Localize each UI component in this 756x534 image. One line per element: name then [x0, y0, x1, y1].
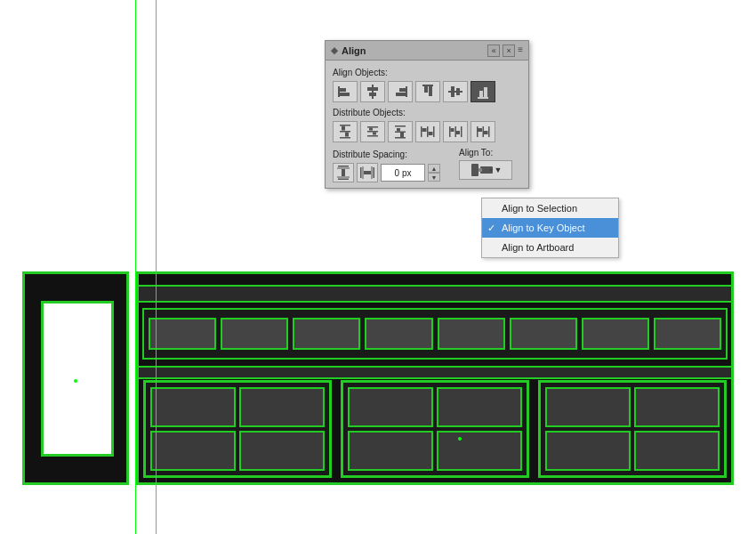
door — [41, 301, 114, 457]
align-middle-v-button[interactable] — [443, 81, 468, 102]
svg-rect-0 — [338, 86, 340, 97]
spacing-v-button[interactable] — [333, 163, 354, 182]
garage-panel — [239, 431, 325, 471]
svg-rect-29 — [395, 132, 406, 134]
dot-indicator-2 — [458, 437, 462, 441]
align-objects-label: Align Objects: — [333, 68, 521, 77]
align-panel-icon: ◆ — [331, 45, 338, 55]
svg-rect-45 — [488, 126, 490, 137]
checkmark-icon: ✓ — [487, 222, 495, 234]
align-to-key-object-text: Align to Key Object — [502, 222, 585, 233]
distribute-spacing-label: Distribute Spacing: — [333, 150, 452, 159]
distribute-spacing-col: Distribute Spacing: — [333, 148, 452, 182]
guide-line-2 — [156, 0, 157, 534]
svg-rect-11 — [429, 86, 432, 96]
svg-rect-30 — [395, 137, 406, 139]
svg-rect-42 — [456, 131, 460, 134]
dist-top-button[interactable] — [333, 121, 358, 142]
svg-rect-10 — [424, 86, 428, 93]
svg-rect-14 — [456, 88, 460, 95]
svg-rect-13 — [451, 86, 454, 97]
svg-rect-18 — [340, 125, 350, 126]
dist-bottom-v-button[interactable] — [388, 121, 413, 142]
svg-rect-38 — [449, 126, 451, 137]
align-to-selection-text: Align to Selection — [502, 203, 577, 214]
svg-rect-60 — [479, 168, 482, 172]
garage-panel — [348, 431, 433, 471]
garage-1 — [143, 380, 332, 478]
band-top — [139, 285, 731, 303]
svg-rect-27 — [373, 133, 376, 135]
garage-panel — [150, 387, 236, 427]
window — [365, 318, 432, 350]
panel-titlebar: ◆ Align « × ≡ — [326, 41, 528, 61]
garage-3 — [538, 380, 727, 478]
panel-controls[interactable]: « × ≡ — [487, 44, 523, 57]
svg-rect-19 — [340, 131, 350, 133]
dist-right-button[interactable] — [470, 121, 495, 142]
svg-rect-15 — [478, 97, 488, 99]
menu-item-align-to-artboard[interactable]: Align to Artboard — [482, 238, 618, 257]
svg-rect-12 — [448, 91, 462, 93]
window — [654, 318, 721, 350]
spacing-value-input[interactable] — [381, 164, 425, 182]
dist-center-h-button[interactable] — [443, 121, 468, 142]
svg-rect-8 — [396, 93, 406, 96]
align-objects-row — [333, 81, 521, 102]
svg-rect-16 — [479, 91, 483, 97]
panel-menu-icon[interactable]: ≡ — [518, 44, 523, 57]
svg-rect-34 — [427, 126, 429, 137]
garage-panel — [437, 431, 522, 471]
svg-rect-46 — [478, 128, 482, 132]
garage-panel — [634, 431, 720, 471]
svg-rect-35 — [433, 126, 435, 137]
garage-panel — [437, 387, 522, 427]
menu-item-align-to-key-object[interactable]: ✓ Align to Key Object — [482, 218, 618, 238]
garage-panel — [545, 431, 631, 471]
building-drawing — [13, 254, 743, 485]
spinner-buttons[interactable]: ▲ ▼ — [428, 164, 440, 182]
svg-rect-50 — [342, 169, 345, 176]
garage-2 — [341, 380, 529, 478]
building-main — [136, 271, 734, 485]
align-to-artboard-text: Align to Artboard — [502, 242, 574, 253]
align-to-col: Align To: ▼ — [459, 148, 521, 180]
align-center-h-button[interactable] — [360, 81, 385, 102]
spinner-up[interactable]: ▲ — [428, 164, 440, 173]
align-bottom-button[interactable] — [470, 81, 495, 102]
menu-item-align-to-selection[interactable]: Align to Selection — [482, 198, 618, 218]
svg-rect-54 — [374, 167, 375, 178]
bottom-row: Distribute Spacing: — [333, 148, 521, 182]
garage-panel — [634, 387, 720, 427]
collapse-button[interactable]: « — [487, 44, 500, 57]
svg-rect-21 — [342, 126, 345, 131]
window — [149, 318, 216, 350]
garage-panel — [545, 387, 631, 427]
svg-rect-36 — [422, 128, 427, 132]
panel-title: ◆ Align — [331, 45, 366, 56]
garage-panel — [150, 431, 236, 471]
garage-panel — [239, 387, 325, 427]
svg-rect-9 — [422, 85, 433, 86]
align-top-button[interactable] — [415, 81, 440, 102]
window-band — [142, 308, 728, 360]
close-button[interactable]: × — [503, 44, 515, 57]
align-right-button[interactable] — [388, 81, 413, 102]
svg-rect-39 — [455, 126, 457, 137]
dist-left-button[interactable] — [415, 121, 440, 142]
align-left-button[interactable] — [333, 81, 358, 102]
distribute-objects-row — [333, 121, 521, 142]
svg-rect-49 — [338, 179, 349, 181]
panel-title-text: Align — [342, 45, 366, 56]
svg-rect-17 — [484, 87, 487, 97]
spacing-controls: ▲ ▼ — [333, 163, 452, 182]
dist-center-v-button[interactable] — [360, 121, 385, 142]
spacing-h-button[interactable] — [357, 163, 378, 182]
window — [293, 318, 360, 350]
svg-rect-33 — [421, 126, 422, 137]
spinner-down[interactable]: ▼ — [428, 173, 440, 182]
svg-rect-24 — [367, 131, 378, 133]
svg-rect-2 — [340, 93, 350, 96]
svg-rect-31 — [397, 128, 400, 132]
align-to-dropdown[interactable]: ▼ — [459, 160, 512, 180]
